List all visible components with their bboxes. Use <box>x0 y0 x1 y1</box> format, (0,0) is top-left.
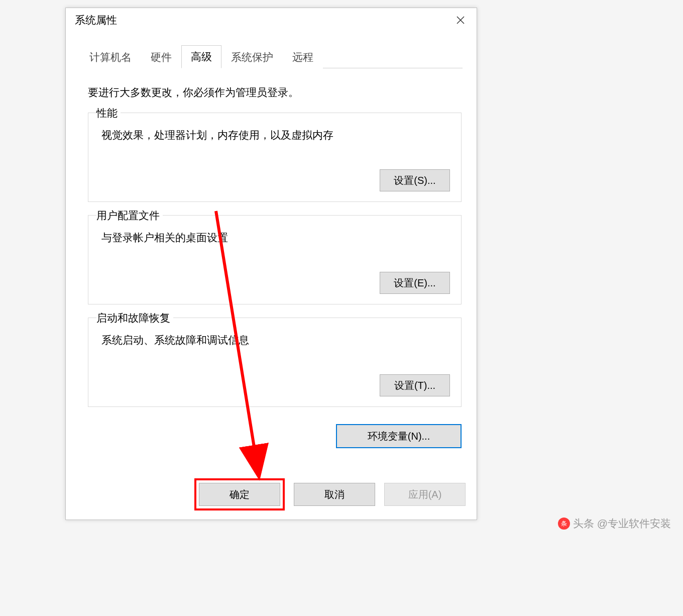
tab-content: 要进行大多数更改，你必须作为管理员登录。 性能 视觉效果，处理器计划，内存使用，… <box>66 68 477 407</box>
watermark-handle: @专业软件安装 <box>597 517 671 531</box>
toutiao-icon <box>558 518 570 530</box>
dialog-title: 系统属性 <box>75 13 117 27</box>
admin-notice: 要进行大多数更改，你必须作为管理员登录。 <box>88 85 462 99</box>
ok-highlight-annotation: 确定 <box>194 478 285 510</box>
tab-computer-name[interactable]: 计算机名 <box>80 46 141 68</box>
startup-group: 启动和故障恢复 系统启动、系统故障和调试信息 设置(T)... <box>88 318 462 407</box>
tab-system-protection[interactable]: 系统保护 <box>221 46 283 68</box>
envvars-row: 环境变量(N)... <box>66 420 477 448</box>
cancel-button[interactable]: 取消 <box>294 483 375 506</box>
close-button[interactable] <box>450 11 471 29</box>
startup-legend: 启动和故障恢复 <box>96 311 173 325</box>
tab-remote[interactable]: 远程 <box>283 46 323 68</box>
environment-variables-button[interactable]: 环境变量(N)... <box>336 424 462 448</box>
userprofile-settings-button[interactable]: 设置(E)... <box>380 272 450 294</box>
performance-group: 性能 视觉效果，处理器计划，内存使用，以及虚拟内存 设置(S)... <box>88 113 462 202</box>
userprofile-legend: 用户配置文件 <box>96 209 163 223</box>
startup-desc: 系统启动、系统故障和调试信息 <box>101 333 450 347</box>
tab-hardware[interactable]: 硬件 <box>141 46 181 68</box>
tab-advanced[interactable]: 高级 <box>181 45 221 68</box>
close-icon <box>456 16 465 25</box>
apply-button: 应用(A) <box>384 483 466 506</box>
performance-desc: 视觉效果，处理器计划，内存使用，以及虚拟内存 <box>101 128 450 142</box>
userprofile-button-row: 设置(E)... <box>99 272 450 294</box>
performance-legend: 性能 <box>96 106 121 120</box>
startup-button-row: 设置(T)... <box>99 374 450 396</box>
watermark: 头条 @专业软件安装 <box>558 517 671 531</box>
startup-settings-button[interactable]: 设置(T)... <box>380 374 450 396</box>
dialog-footer: 确定 取消 应用(A) <box>194 478 466 510</box>
userprofile-desc: 与登录帐户相关的桌面设置 <box>101 231 450 245</box>
system-properties-dialog: 系统属性 计算机名 硬件 高级 系统保护 远程 要进行大多数更改，你必须作为管理… <box>65 8 477 520</box>
titlebar: 系统属性 <box>66 8 477 32</box>
userprofile-group: 用户配置文件 与登录帐户相关的桌面设置 设置(E)... <box>88 215 462 304</box>
ok-button[interactable]: 确定 <box>199 483 280 506</box>
watermark-prefix: 头条 <box>573 517 594 531</box>
tab-strip: 计算机名 硬件 高级 系统保护 远程 <box>80 46 463 68</box>
performance-button-row: 设置(S)... <box>99 169 450 191</box>
performance-settings-button[interactable]: 设置(S)... <box>380 169 450 191</box>
